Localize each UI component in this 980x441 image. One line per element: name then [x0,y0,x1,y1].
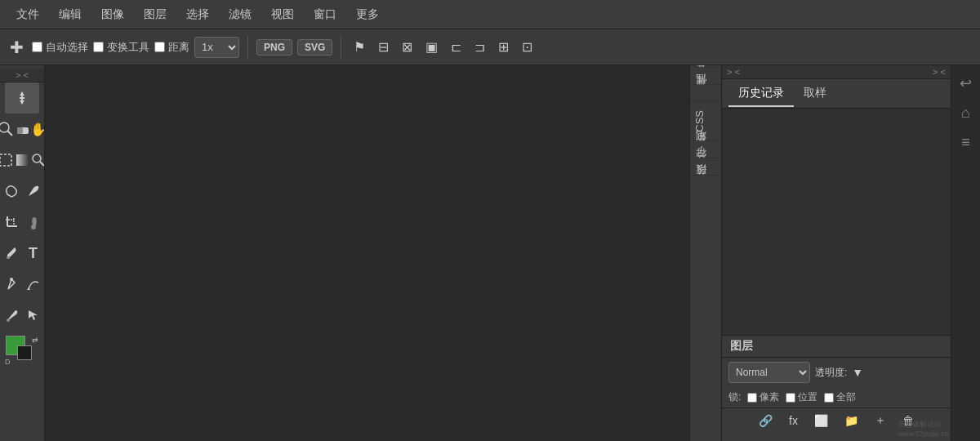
svg-rect-4 [17,127,23,134]
lock-all-group: 全部 [824,390,856,404]
history-tab[interactable]: 历史记录 [728,81,794,107]
smudge-tool[interactable] [22,207,44,238]
swap-colors-btn[interactable]: ⇄ [32,336,38,344]
move-tool[interactable] [5,82,39,114]
zoom-select[interactable]: 1x 2x 0.5x [194,37,239,58]
transform-tool-checkbox[interactable] [93,42,104,52]
layer-mask-icon[interactable]: ⬜ [810,412,832,429]
auto-select-checkbox[interactable] [32,42,42,52]
quick-select-tool[interactable] [0,114,14,145]
svg-marker-16 [27,287,30,290]
svg-rect-14 [7,256,10,259]
distribute-v-icon[interactable]: ⊠ [398,38,416,56]
menu-select[interactable]: 选择 [178,4,217,25]
side-nav-brush[interactable]: 笔刷 [690,140,721,158]
side-nav-char[interactable]: 字符 [690,158,721,175]
side-nav-properties[interactable]: 属性 [690,84,721,101]
far-right-panel: ↩ ⌂ ≡ [951,65,980,441]
auto-select-label: 自动选择 [46,40,88,55]
history-panel-body [722,109,951,335]
svg-point-7 [33,154,41,163]
paint-brush-tool[interactable] [0,300,22,331]
lock-label: 锁: [728,390,741,404]
svg-point-17 [7,318,10,322]
toolbar: ✚ 自动选择 变换工具 距离 1x 2x 0.5x PNG SVG ⚑ ⊟ ⊠ … [0,29,980,65]
align-flag-icon[interactable]: ⚑ [350,38,369,56]
distance-checkbox[interactable] [154,42,165,52]
side-nav-info[interactable]: 信息 [690,67,721,84]
canvas-area[interactable] [45,65,689,441]
lock-position-checkbox[interactable] [786,393,795,403]
layers-header: 图层 [722,336,951,358]
menu-filter[interactable]: 滤镜 [220,4,260,25]
align-right-icon[interactable]: ⊐ [470,38,489,56]
zoom-tool[interactable] [30,145,45,176]
text-tool[interactable]: T [22,238,44,269]
opacity-arrow-icon: ▼ [852,366,863,379]
sample-tab[interactable]: 取样 [794,81,836,107]
side-nav-paragraph[interactable]: 段落 [690,175,721,192]
menu-more[interactable]: 更多 [348,4,387,25]
transform-tool-label: 变换工具 [107,40,149,55]
brush-tool[interactable] [22,176,44,207]
lock-all-label: 全部 [836,390,856,404]
panel-collapse-right[interactable]: > < [933,67,946,77]
align-h-center-icon[interactable]: ▣ [421,38,442,56]
panel-collapse-left[interactable]: > < [727,67,740,77]
distribute-h-icon[interactable]: ⊟ [374,38,393,56]
svg-point-15 [10,278,13,281]
distance-label: 距离 [168,40,189,55]
divider-1 [247,36,248,59]
hand-tool[interactable]: ✋ [30,114,45,145]
side-nav-css[interactable]: CSS [690,101,721,140]
path-tool[interactable] [22,269,44,300]
layer-group-icon[interactable]: 📁 [840,412,862,429]
svg-marker-0 [20,91,24,105]
crop-tool[interactable] [0,207,22,238]
menu-window[interactable]: 窗口 [305,4,345,25]
gradient-tool[interactable] [14,145,30,176]
transform-tool-group: 变换工具 [93,40,149,55]
default-colors-btn[interactable]: D [5,358,11,366]
left-tools-panel: > < ✋ [0,65,45,441]
pen-tool[interactable] [0,269,22,300]
eraser-tool[interactable] [14,114,30,145]
lock-pixel-checkbox[interactable] [747,393,757,403]
align-left-icon[interactable]: ⊏ [447,38,466,56]
menu-image[interactable]: 图像 [93,4,132,25]
layer-fx-icon[interactable]: fx [785,412,802,429]
svg-line-2 [7,131,12,136]
auto-select-group: 自动选择 [32,40,88,55]
svg-rect-5 [0,154,11,166]
undo-icon[interactable]: ↩ [955,72,978,95]
lasso-tool[interactable] [0,176,22,207]
left-tools-collapse[interactable]: > < [0,69,44,82]
layers-controls: Normal Multiply Screen Overlay 透明度: ▼ [722,358,951,387]
history-panel-header: 历史记录 取样 [722,79,951,109]
svg-point-13 [31,225,36,229]
png-button[interactable]: PNG [256,39,292,56]
svg-button[interactable]: SVG [297,39,332,56]
align-grid-icon[interactable]: ⊞ [494,38,513,56]
svg-line-8 [40,162,44,166]
menu-layer[interactable]: 图层 [136,4,175,25]
align-table-icon[interactable]: ⊡ [518,38,537,56]
eyedropper-tool[interactable] [0,238,22,269]
blend-mode-select[interactable]: Normal Multiply Screen Overlay [728,362,810,383]
menu-view[interactable]: 视图 [263,4,302,25]
layer-link-icon[interactable]: 🔗 [755,412,777,429]
menu-file[interactable]: 文件 [8,4,47,25]
lock-all-checkbox[interactable] [824,393,834,403]
lock-pixel-group: 像素 [747,390,779,404]
home-icon[interactable]: ⌂ [955,101,978,124]
layer-new-icon[interactable]: ＋ [871,412,890,430]
lock-position-group: 位置 [786,390,817,404]
menu-edit[interactable]: 编辑 [51,4,90,25]
divider-2 [341,36,341,59]
background-color[interactable] [17,345,32,360]
distance-group: 距离 [154,40,189,55]
menu-icon[interactable]: ≡ [955,131,978,154]
move-tool-icon[interactable]: ✚ [7,36,27,59]
select-path-tool[interactable] [22,300,44,331]
marquee-tool[interactable] [0,145,14,176]
